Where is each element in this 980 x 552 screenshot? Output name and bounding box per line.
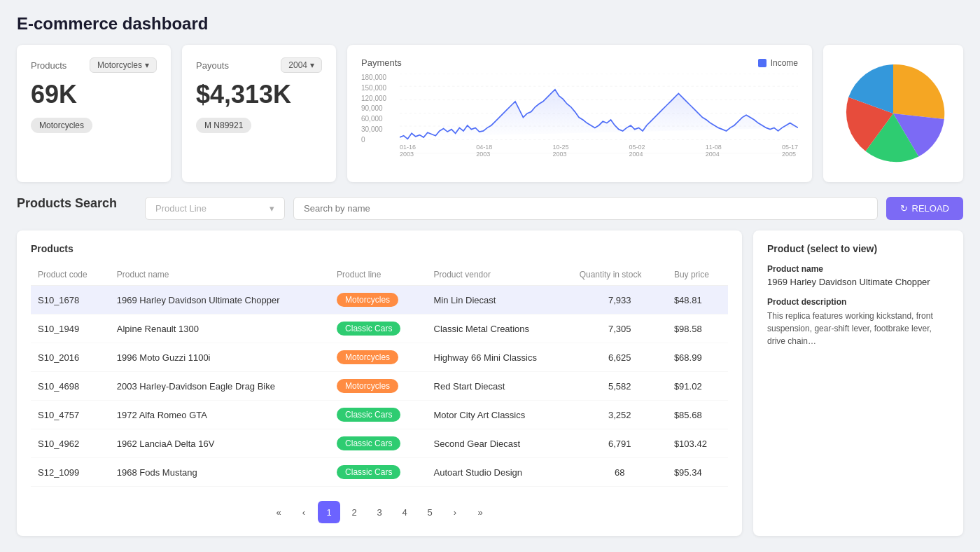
cell-price: $68.99: [667, 343, 728, 372]
pagination-next[interactable]: ›: [444, 501, 466, 523]
cell-code: S10_4962: [31, 429, 110, 458]
cell-line: Motorcycles: [330, 343, 426, 372]
table-body: S10_1678 1969 Harley Davidson Ultimate C…: [31, 286, 728, 487]
cell-price: $85.68: [667, 401, 728, 429]
cell-name: 1962 LanciaA Delta 16V: [110, 429, 330, 458]
product-name-value: 1969 Harley Davidson Ultimate Chopper: [767, 277, 949, 287]
reload-button[interactable]: ↻ RELOAD: [886, 197, 963, 220]
pagination-page-4[interactable]: 4: [393, 501, 416, 523]
product-line-badge: Classic Cars: [337, 465, 400, 479]
cell-price: $95.34: [667, 458, 728, 487]
product-line-badge: Classic Cars: [337, 436, 400, 450]
cell-qty: 5,582: [573, 372, 667, 401]
cell-qty: 7,933: [573, 286, 667, 315]
search-section-header: Products Search Product Line ▾ ↻ RELOAD: [17, 196, 963, 221]
payouts-badge: M N89921: [196, 118, 251, 133]
products-dropdown[interactable]: Motorcycles ▾: [90, 57, 157, 73]
pagination-next-next[interactable]: »: [469, 501, 491, 523]
payouts-value: $4,313K: [196, 80, 322, 109]
col-line: Product line: [330, 264, 426, 286]
table-row[interactable]: S12_1099 1968 Fods Mustang Classic Cars …: [31, 458, 728, 487]
pagination-page-1[interactable]: 1: [318, 501, 340, 523]
pagination-page-2[interactable]: 2: [343, 501, 365, 523]
pagination-page-5[interactable]: 5: [419, 501, 441, 523]
product-line-badge: Motorcycles: [337, 379, 398, 393]
search-input[interactable]: [293, 197, 877, 220]
cell-name: 1972 Alfa Romeo GTA: [110, 401, 330, 429]
cell-qty: 3,252: [573, 401, 667, 429]
table-row[interactable]: S10_2016 1996 Moto Guzzi 1100i Motorcycl…: [31, 343, 728, 372]
pagination-prev[interactable]: ‹: [293, 501, 315, 523]
payments-card: Payments Income 180,000 150,000 120,000 …: [347, 45, 812, 182]
col-price: Buy price: [667, 264, 728, 286]
payments-chart: 180,000 150,000 120,000 90,000 60,000 30…: [361, 74, 798, 158]
cell-qty: 6,625: [573, 343, 667, 372]
cell-line: Classic Cars: [330, 458, 426, 487]
cell-price: $91.02: [667, 372, 728, 401]
table-row[interactable]: S10_4962 1962 LanciaA Delta 16V Classic …: [31, 429, 728, 458]
pagination-page-3[interactable]: 3: [368, 501, 391, 523]
col-vendor: Product vendor: [427, 264, 573, 286]
cell-vendor: Motor City Art Classics: [427, 401, 573, 429]
cell-line: Classic Cars: [330, 429, 426, 458]
payments-label: Payments: [361, 57, 402, 68]
products-search-title: Products Search: [17, 196, 117, 211]
product-line-placeholder: Product Line: [155, 203, 206, 214]
chart-xaxis: 01-162003 04-182003 10-252003 05-022004 …: [400, 144, 798, 158]
product-name-label: Product name: [767, 264, 949, 274]
payouts-dropdown[interactable]: 2004 ▾: [281, 57, 322, 73]
cell-code: S10_4698: [31, 372, 110, 401]
cell-price: $98.58: [667, 315, 728, 343]
product-desc-label: Product description: [767, 297, 949, 307]
products-card-label: Products Motorcycles ▾: [31, 57, 157, 73]
cell-name: 1969 Harley Davidson Ultimate Chopper: [110, 286, 330, 315]
reload-icon: ↻: [900, 203, 908, 214]
cell-qty: 68: [573, 458, 667, 487]
product-line-badge: Motorcycles: [337, 293, 398, 307]
chevron-down-icon: ▾: [310, 60, 314, 70]
product-line-badge: Classic Cars: [337, 408, 400, 422]
table-row[interactable]: S10_1678 1969 Harley Davidson Ultimate C…: [31, 286, 728, 315]
col-qty: Quantity in stock: [573, 264, 667, 286]
pagination-prev-prev[interactable]: «: [267, 501, 290, 523]
cell-line: Motorcycles: [330, 372, 426, 401]
top-cards-row: Products Motorcycles ▾ 69K Motorcycles P…: [17, 45, 963, 182]
cell-qty: 7,305: [573, 315, 667, 343]
col-code: Product code: [31, 264, 110, 286]
products-table-section: Products Product code Product name Produ…: [17, 230, 742, 536]
cell-vendor: Min Lin Diecast: [427, 286, 573, 315]
cell-name: 2003 Harley-Davidson Eagle Drag Bike: [110, 372, 330, 401]
cell-vendor: Highway 66 Mini Classics: [427, 343, 573, 372]
table-header: Product code Product name Product line P…: [31, 264, 728, 286]
table-row[interactable]: S10_4698 2003 Harley-Davidson Eagle Drag…: [31, 372, 728, 401]
cell-line: Classic Cars: [330, 401, 426, 429]
detail-panel: Product (select to view) Product name 19…: [753, 230, 963, 536]
pie-chart: [837, 57, 949, 170]
chevron-down-icon: ▾: [145, 60, 149, 70]
table-title: Products: [31, 243, 728, 254]
cell-vendor: Classic Metal Creations: [427, 315, 573, 343]
payments-header: Payments Income: [361, 57, 798, 68]
product-line-badge: Classic Cars: [337, 322, 400, 336]
cell-name: 1968 Fods Mustang: [110, 458, 330, 487]
table-row[interactable]: S10_1949 Alpine Renault 1300 Classic Car…: [31, 315, 728, 343]
products-value: 69K: [31, 80, 157, 109]
cell-line: Motorcycles: [330, 286, 426, 315]
cell-qty: 6,791: [573, 429, 667, 458]
products-table: Product code Product name Product line P…: [31, 264, 728, 487]
product-desc-value: This replica features working kickstand,…: [767, 310, 949, 347]
income-legend-label: Income: [771, 58, 798, 68]
cell-code: S10_4757: [31, 401, 110, 429]
chevron-down-icon: ▾: [270, 203, 274, 214]
product-line-badge: Motorcycles: [337, 350, 398, 364]
pie-svg: [837, 57, 949, 170]
income-legend-dot: [758, 59, 766, 67]
payments-chart-svg: [400, 74, 798, 153]
product-line-select[interactable]: Product Line ▾: [145, 197, 285, 220]
cell-name: 1996 Moto Guzzi 1100i: [110, 343, 330, 372]
pie-chart-card: [823, 45, 963, 182]
payouts-card: Payouts 2004 ▾ $4,313K M N89921: [182, 45, 336, 182]
products-card: Products Motorcycles ▾ 69K Motorcycles: [17, 45, 171, 182]
table-row[interactable]: S10_4757 1972 Alfa Romeo GTA Classic Car…: [31, 401, 728, 429]
search-controls: Product Line ▾: [145, 197, 877, 220]
